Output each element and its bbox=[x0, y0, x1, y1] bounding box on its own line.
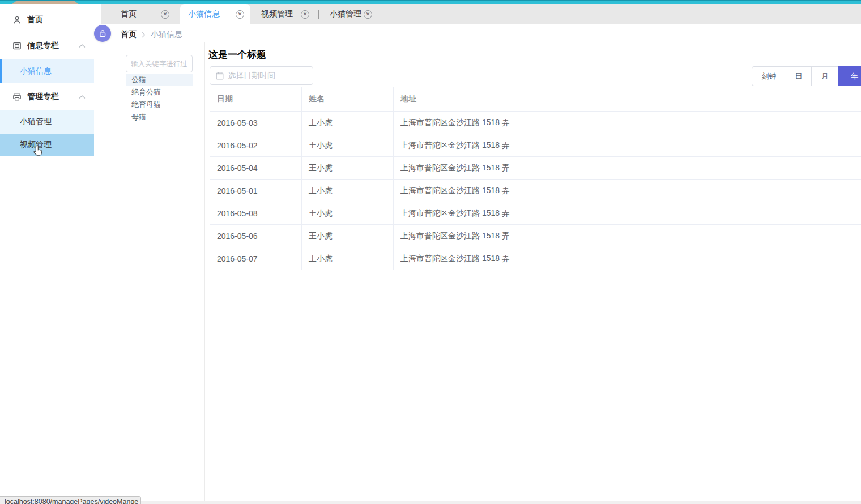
tree-item-neutered-male-cat[interactable]: 绝育公猫 bbox=[126, 86, 193, 99]
cell-name: 王小虎 bbox=[302, 157, 394, 180]
panel-divider bbox=[204, 42, 205, 501]
sidebar: 首页 信息专栏 小猫信息 管理专栏 小猫管理 视频管理 bbox=[0, 4, 101, 504]
chevron-up-icon bbox=[79, 95, 86, 99]
cell-address: 上海市普陀区金沙江路 1518 弄 bbox=[394, 180, 861, 202]
cell-name: 王小虎 bbox=[302, 202, 394, 225]
sidebar-item-video-manage[interactable]: 视频管理 bbox=[0, 134, 94, 156]
sidebar-item-label: 信息专栏 bbox=[27, 41, 59, 51]
tree-item-label: 母猫 bbox=[131, 112, 146, 122]
cell-address: 上海市普陀区金沙江路 1518 弄 bbox=[394, 134, 861, 157]
cell-name: 王小虎 bbox=[302, 180, 394, 202]
close-tab-icon[interactable]: ✕ bbox=[364, 10, 372, 19]
tab-label: 首页 bbox=[121, 9, 137, 19]
printer-icon bbox=[12, 92, 22, 101]
cell-name: 王小虎 bbox=[302, 247, 394, 270]
cell-address: 上海市普陀区金沙江路 1518 弄 bbox=[394, 225, 861, 247]
lock-fab-button[interactable] bbox=[94, 25, 111, 42]
cell-address: 上海市普陀区金沙江路 1518 弄 bbox=[394, 247, 861, 270]
cell-date: 2016-05-07 bbox=[210, 247, 302, 270]
breadcrumb: 首页 小猫信息 bbox=[121, 24, 182, 45]
browser-status-tooltip: localhost:8080/managePages/videoMange bbox=[0, 496, 141, 504]
cell-address: 上海市普陀区金沙江路 1518 弄 bbox=[394, 157, 861, 180]
sidebar-item-info-column[interactable]: 信息专栏 bbox=[0, 38, 101, 54]
cell-address: 上海市普陀区金沙江路 1518 弄 bbox=[394, 202, 861, 225]
column-header-address: 地址 bbox=[394, 87, 861, 112]
filter-tree: 公猫 绝育公猫 绝育母猫 母猫 bbox=[126, 74, 193, 123]
mouse-cursor-icon bbox=[32, 144, 44, 157]
tree-item-label: 绝育公猫 bbox=[131, 87, 161, 97]
cell-date: 2016-05-08 bbox=[210, 202, 302, 225]
column-header-date: 日期 bbox=[210, 87, 302, 112]
range-button-month[interactable]: 月 bbox=[811, 66, 839, 86]
cell-date: 2016-05-01 bbox=[210, 180, 302, 202]
data-table: 日期 姓名 地址 2016-05-03 王小虎 上海市普陀区金沙江路 1518 … bbox=[210, 87, 861, 270]
tab-label: 小猫管理 bbox=[330, 9, 361, 19]
range-button-quarter[interactable]: 刻钟 bbox=[752, 66, 786, 86]
filter-search-input[interactable] bbox=[126, 55, 193, 72]
tree-item-label: 绝育母猫 bbox=[131, 100, 161, 110]
cell-name: 王小虎 bbox=[302, 225, 394, 247]
cell-date: 2016-05-02 bbox=[210, 134, 302, 157]
sidebar-item-cat-info[interactable]: 小猫信息 bbox=[0, 59, 94, 83]
breadcrumb-home[interactable]: 首页 bbox=[121, 29, 137, 40]
range-button-year[interactable]: 年 bbox=[838, 66, 861, 86]
breadcrumb-current: 小猫信息 bbox=[151, 29, 182, 40]
content-area: 首页 小猫信息 公猫 绝育公猫 绝育母猫 母猫 这是一个标题 选择日期时间 刻钟… bbox=[102, 24, 861, 501]
sidebar-item-label: 小猫信息 bbox=[20, 66, 52, 76]
chevron-up-icon bbox=[79, 44, 86, 48]
date-picker-input[interactable]: 选择日期时间 bbox=[210, 66, 313, 85]
user-icon bbox=[12, 15, 22, 24]
cell-address: 上海市普陀区金沙江路 1518 弄 bbox=[394, 112, 861, 134]
unlock-icon bbox=[99, 29, 107, 38]
tab-bar: 首页 ✕ 小猫信息 ✕ 视频管理 ✕ 小猫管理 ✕ bbox=[101, 4, 861, 24]
cell-date: 2016-05-03 bbox=[210, 112, 302, 134]
browser-top-strip bbox=[0, 0, 861, 4]
chevron-right-icon bbox=[142, 32, 146, 38]
close-tab-icon[interactable]: ✕ bbox=[161, 10, 169, 19]
date-picker-placeholder: 选择日期时间 bbox=[228, 71, 275, 81]
close-tab-icon[interactable]: ✕ bbox=[236, 10, 244, 19]
tree-item-label: 公猫 bbox=[131, 75, 146, 85]
tab-cat-manage[interactable]: 小猫管理 ✕ bbox=[322, 4, 378, 24]
column-header-name: 姓名 bbox=[302, 87, 394, 112]
range-button-group: 刻钟 日 月 年 bbox=[752, 66, 861, 86]
range-button-day[interactable]: 日 bbox=[786, 66, 812, 86]
cell-date: 2016-05-04 bbox=[210, 157, 302, 180]
tab-label: 视频管理 bbox=[261, 9, 293, 19]
tree-item-neutered-female-cat[interactable]: 绝育母猫 bbox=[126, 99, 193, 111]
tab-label: 小猫信息 bbox=[188, 9, 220, 19]
tab-cat-info[interactable]: 小猫信息 ✕ bbox=[180, 4, 250, 24]
panel-icon bbox=[12, 41, 22, 50]
calendar-icon bbox=[216, 72, 224, 80]
sidebar-item-cat-manage[interactable]: 小猫管理 bbox=[0, 110, 94, 134]
cell-name: 王小虎 bbox=[302, 134, 394, 157]
cell-date: 2016-05-06 bbox=[210, 225, 302, 247]
tree-item-male-cat[interactable]: 公猫 bbox=[126, 74, 193, 86]
sidebar-item-label: 小猫管理 bbox=[20, 117, 52, 127]
tab-video-manage[interactable]: 视频管理 ✕ bbox=[253, 4, 316, 24]
cell-name: 王小虎 bbox=[302, 112, 394, 134]
sidebar-item-home[interactable]: 首页 bbox=[0, 12, 101, 28]
sidebar-item-manage-column[interactable]: 管理专栏 bbox=[0, 89, 101, 105]
page-title: 这是一个标题 bbox=[208, 48, 266, 61]
app-window: 首页 信息专栏 小猫信息 管理专栏 小猫管理 视频管理 首页 ✕ bbox=[0, 0, 861, 504]
tab-home[interactable]: 首页 ✕ bbox=[101, 4, 176, 24]
close-tab-icon[interactable]: ✕ bbox=[301, 10, 309, 19]
sidebar-item-label: 管理专栏 bbox=[27, 92, 59, 102]
sidebar-item-label: 首页 bbox=[27, 15, 43, 25]
tab-separator bbox=[318, 10, 319, 19]
tree-item-female-cat[interactable]: 母猫 bbox=[126, 111, 193, 123]
